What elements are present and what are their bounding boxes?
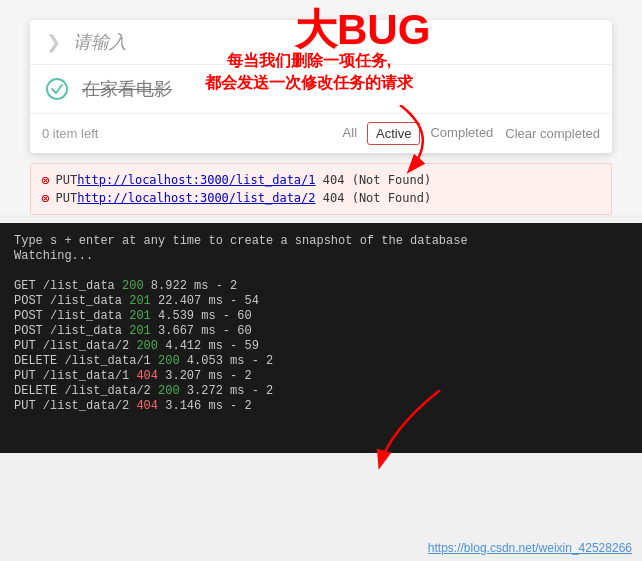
terminal-log-5: DELETE /list_data/1 200 4.053 ms - 2 [14, 354, 628, 368]
terminal-spacer [14, 264, 628, 278]
error-status-1: 404 (Not Found) [316, 173, 432, 187]
error-panel: ⊗ PUT http://localhost:3000/list_data/1 … [30, 163, 612, 215]
todo-item-text: 在家看电影 [82, 77, 172, 101]
terminal-log-1: POST /list_data 201 22.407 ms - 54 [14, 294, 628, 308]
error-dot-2: ⊗ [41, 190, 49, 206]
terminal-log-6: PUT /list_data/1 404 3.207 ms - 2 [14, 369, 628, 383]
error-method-1: PUT [55, 173, 77, 187]
error-line-1: ⊗ PUT http://localhost:3000/list_data/1 … [41, 172, 601, 188]
tab-completed[interactable]: Completed [422, 122, 501, 145]
terminal-log-0: GET /list_data 200 8.922 ms - 2 [14, 279, 628, 293]
watermark: https://blog.csdn.net/weixin_42528266 [428, 541, 632, 555]
tab-all[interactable]: All [335, 122, 365, 145]
error-url-1[interactable]: http://localhost:3000/list_data/1 [77, 173, 315, 187]
terminal-log-3: POST /list_data 201 3.667 ms - 60 [14, 324, 628, 338]
error-method-2: PUT [55, 191, 77, 205]
error-url-2[interactable]: http://localhost:3000/list_data/2 [77, 191, 315, 205]
input-row[interactable]: ❯ 请输入 [30, 20, 612, 65]
tab-active[interactable]: Active [367, 122, 420, 145]
top-section: ❯ 请输入 在家看电影 0 item left All Active Compl… [0, 0, 642, 215]
input-placeholder: 请输入 [73, 30, 127, 54]
error-dot-1: ⊗ [41, 172, 49, 188]
terminal-intro-1: Type s + enter at any time to create a s… [14, 234, 628, 248]
footer-row: 0 item left All Active Completed Clear c… [30, 114, 612, 153]
terminal-intro-2: Watching... [14, 249, 628, 263]
footer-tabs: All Active Completed [335, 122, 502, 145]
items-left: 0 item left [42, 126, 331, 141]
terminal-log-8: PUT /list_data/2 404 3.146 ms - 2 [14, 399, 628, 413]
terminal-log-2: POST /list_data 201 4.539 ms - 60 [14, 309, 628, 323]
error-status-2: 404 (Not Found) [316, 191, 432, 205]
terminal-log-7: DELETE /list_data/2 200 3.272 ms - 2 [14, 384, 628, 398]
error-line-2: ⊗ PUT http://localhost:3000/list_data/2 … [41, 190, 601, 206]
terminal-log-4: PUT /list_data/2 200 4.412 ms - 59 [14, 339, 628, 353]
chevron-icon: ❯ [46, 31, 61, 53]
clear-completed-button[interactable]: Clear completed [505, 126, 600, 141]
todo-card: ❯ 请输入 在家看电影 0 item left All Active Compl… [30, 20, 612, 153]
check-circle[interactable] [46, 78, 68, 100]
todo-item[interactable]: 在家看电影 [30, 65, 612, 114]
check-icon [50, 82, 64, 96]
terminal: Type s + enter at any time to create a s… [0, 223, 642, 453]
